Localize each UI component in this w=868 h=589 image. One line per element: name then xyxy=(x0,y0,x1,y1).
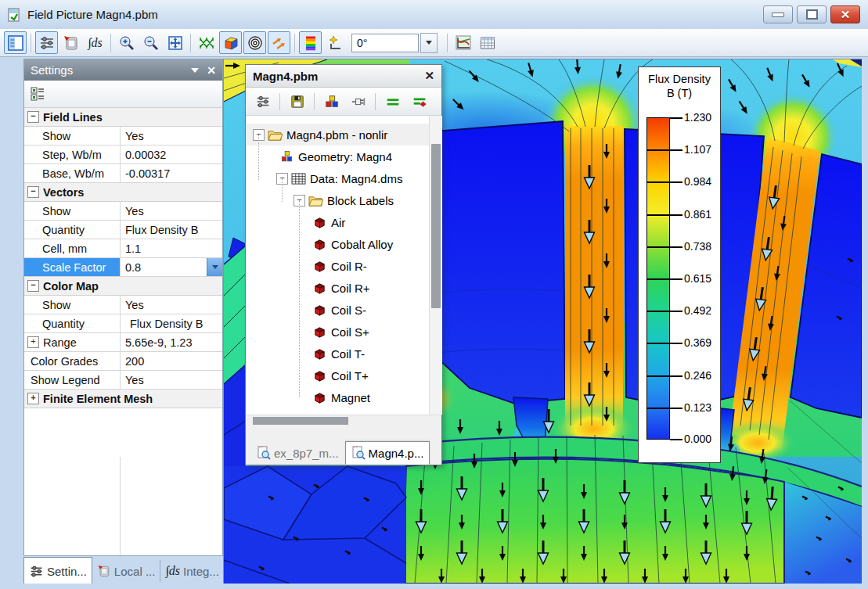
group-expander[interactable]: + xyxy=(27,393,39,404)
block-label-icon xyxy=(312,260,327,273)
left-strip-regions xyxy=(224,238,246,466)
prop-row-scale-factor[interactable]: Scale Factor 0.8 xyxy=(24,258,222,277)
integral-icon: ∫ds xyxy=(165,564,180,578)
block-label-icon xyxy=(312,216,327,229)
tree-item-coil-r-plus[interactable]: Coil R+ xyxy=(247,277,429,299)
show-mesh-button[interactable] xyxy=(195,31,218,54)
panel-menu-button[interactable] xyxy=(191,68,199,73)
block-label-icon xyxy=(312,303,327,317)
tree-item-block-labels[interactable]: − Block Labels xyxy=(247,189,429,211)
legend-tick: 0.492 xyxy=(684,304,720,317)
toolbar-separator xyxy=(279,93,280,110)
save-button[interactable] xyxy=(286,90,308,113)
scrollbar-thumb[interactable] xyxy=(431,144,441,308)
panel-close-button[interactable]: ✕ xyxy=(207,65,216,76)
toolbar-separator xyxy=(190,34,191,52)
xy-plot-button[interactable] xyxy=(452,31,474,54)
prop-row[interactable]: Quantity Flux Density B xyxy=(24,221,222,239)
tree-item-coil-r-minus[interactable]: Coil R- xyxy=(247,255,429,277)
group-expander[interactable]: − xyxy=(27,186,39,198)
toggle-sidebar-button[interactable] xyxy=(4,31,27,54)
group-vectors[interactable]: − Vectors xyxy=(24,183,222,202)
colormap-button[interactable] xyxy=(299,31,322,54)
maximize-button[interactable] xyxy=(797,5,827,23)
zoom-in-button[interactable] xyxy=(115,31,138,54)
tree-item-data[interactable]: − Data: Magn4.dms xyxy=(247,167,429,189)
settings-button[interactable] xyxy=(35,31,58,54)
group-expander[interactable]: − xyxy=(27,111,39,123)
tree-horizontal-scrollbar[interactable] xyxy=(247,415,441,426)
project-settings-button[interactable] xyxy=(251,90,274,113)
toolbar-separator xyxy=(31,34,31,52)
group-field-lines[interactable]: − Field Lines xyxy=(24,108,222,127)
group-color-map[interactable]: − Color Map xyxy=(24,277,222,296)
toolbar-separator xyxy=(375,93,376,110)
tree-item-project[interactable]: − Magn4.pbm - nonlir xyxy=(247,124,429,145)
prop-row-range[interactable]: + Range 5.65e-9, 1.23 xyxy=(24,333,222,352)
prop-row[interactable]: Show Legend Yes xyxy=(24,371,222,390)
solve-connector-button[interactable] xyxy=(347,90,369,113)
legend-title: Flux Density B (T) xyxy=(639,72,720,100)
prop-row[interactable]: Show Yes xyxy=(24,127,222,145)
categorized-view-icon[interactable] xyxy=(29,85,46,102)
group-expander[interactable]: − xyxy=(27,280,39,292)
equal-lines-button[interactable] xyxy=(381,90,404,113)
angle-combobox[interactable]: 0° xyxy=(351,33,438,53)
prop-row[interactable]: Color Grades 200 xyxy=(24,352,222,371)
tree-item-magnet[interactable]: Magnet xyxy=(247,386,429,408)
tree-item-coil-t-plus[interactable]: Coil T+ xyxy=(247,365,429,386)
scrollbar-thumb[interactable] xyxy=(253,417,348,425)
prop-row[interactable]: Show Yes xyxy=(24,202,222,221)
range-expander[interactable]: + xyxy=(27,336,39,348)
integrate-button[interactable]: ∫ds xyxy=(84,31,106,54)
app-icon xyxy=(6,7,22,23)
pick-corner-button[interactable] xyxy=(323,31,346,54)
tree-item-geometry[interactable]: Geometry: Magn4 xyxy=(247,145,429,167)
tab-ex8p7[interactable]: ex_8p7_m... xyxy=(250,441,345,465)
tab-settings[interactable]: Settin... xyxy=(23,557,92,585)
zoom-extents-button[interactable] xyxy=(164,31,186,54)
zoom-out-button[interactable] xyxy=(139,31,162,54)
minimize-icon xyxy=(772,13,784,17)
tab-magn4[interactable]: Magn4.p... xyxy=(345,441,430,465)
local-values-button[interactable] xyxy=(59,31,82,54)
save-icon xyxy=(290,94,305,110)
value-dropdown-button[interactable] xyxy=(207,258,222,276)
scale-factor-value[interactable]: 0.8 xyxy=(125,261,141,274)
angle-value[interactable]: 0° xyxy=(351,34,419,52)
angle-dropdown-button[interactable] xyxy=(420,33,438,53)
shaded-plot-button[interactable] xyxy=(219,31,242,54)
tree-item-coil-s-minus[interactable]: Coil S- xyxy=(247,299,429,321)
prop-row[interactable]: Show Yes xyxy=(24,296,222,314)
settings-panel-header: Settings ✕ xyxy=(24,59,222,81)
settings-panel-title: Settings xyxy=(31,63,73,77)
block-label-icon xyxy=(312,369,327,382)
tree-vertical-scrollbar[interactable] xyxy=(429,116,442,415)
document-view-icon xyxy=(257,446,271,460)
project-window-titlebar[interactable]: Magn4.pbm ✕ xyxy=(246,65,441,88)
magnet-region xyxy=(402,459,784,584)
probe-clipboard-icon xyxy=(63,34,80,52)
contour-plot-button[interactable] xyxy=(243,31,266,54)
tab-local-values[interactable]: Local ... xyxy=(92,557,160,585)
sliders-icon xyxy=(38,34,56,52)
tracked-lines-button[interactable] xyxy=(408,90,430,113)
minimize-button[interactable] xyxy=(763,5,793,23)
tree-item-air[interactable]: Air xyxy=(247,211,429,233)
group-finite-element-mesh[interactable]: + Finite Element Mesh xyxy=(24,390,222,408)
geometry-button[interactable] xyxy=(320,90,343,113)
tree-item-coil-t-minus[interactable]: Coil T- xyxy=(247,343,429,365)
project-close-button[interactable]: ✕ xyxy=(424,69,434,83)
vector-plot-button[interactable] xyxy=(268,31,290,54)
prop-row[interactable]: Step, Wb/m 0.00032 xyxy=(24,145,222,164)
tree-item-cobalt-alloy[interactable]: Cobalt Alloy xyxy=(247,233,429,255)
table-view-button[interactable] xyxy=(476,31,499,54)
folder-open-icon xyxy=(268,128,283,142)
prop-row[interactable]: Quantity Flux Density B xyxy=(24,314,222,333)
tab-integrals[interactable]: ∫ds Integ... xyxy=(160,557,223,585)
prop-row[interactable]: Base, Wb/m -0.00317 xyxy=(24,164,222,183)
close-button[interactable]: ✕ xyxy=(830,5,860,23)
sidebar-icon xyxy=(7,34,24,52)
prop-row[interactable]: Cell, mm 1.1 xyxy=(24,239,222,258)
tree-item-coil-s-plus[interactable]: Coil S+ xyxy=(247,321,429,343)
